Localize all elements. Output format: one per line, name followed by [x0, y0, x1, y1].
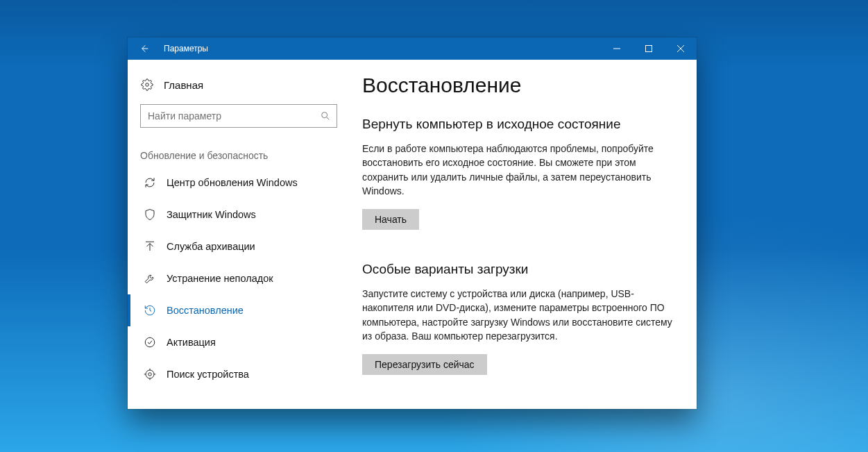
- sidebar-item-label: Защитник Windows: [167, 209, 256, 220]
- sidebar-item-label: Поиск устройства: [167, 369, 249, 380]
- back-button[interactable]: [128, 37, 161, 60]
- svg-point-6: [322, 112, 327, 118]
- sidebar-item-update[interactable]: Центр обновления Windows: [128, 167, 350, 199]
- window-titlebar: Параметры: [128, 37, 697, 60]
- svg-point-12: [146, 370, 154, 378]
- refresh-icon: [143, 176, 157, 190]
- section-advanced-heading: Особые варианты загрузки: [362, 262, 674, 277]
- content-pane: Восстановление Вернуть компьютер в исход…: [350, 60, 697, 409]
- sidebar-item-label: Активация: [167, 337, 216, 348]
- gear-icon: [140, 78, 154, 92]
- reset-start-button[interactable]: Начать: [362, 209, 419, 230]
- sidebar-item-label: Устранение неполадок: [167, 273, 273, 284]
- section-advanced-body: Запустите систему с устройства или диска…: [362, 287, 674, 343]
- sidebar-item-recovery[interactable]: Восстановление: [128, 294, 350, 326]
- wrench-icon: [143, 271, 157, 285]
- upload-icon: [143, 240, 157, 253]
- sidebar-item-backup[interactable]: Служба архивации: [128, 231, 350, 262]
- page-title: Восстановление: [362, 74, 674, 97]
- check-circle-icon: [143, 335, 157, 349]
- minimize-button[interactable]: [601, 37, 633, 60]
- sidebar-item-activation[interactable]: Активация: [128, 326, 350, 358]
- sidebar-item-find-device[interactable]: Поиск устройства: [128, 358, 350, 390]
- search-input[interactable]: [148, 110, 320, 122]
- sidebar-home-label: Главная: [164, 79, 203, 91]
- sidebar-item-label: Служба архивации: [167, 241, 255, 252]
- window-title: Параметры: [161, 44, 208, 53]
- section-reset-body: Если в работе компьютера наблюдаются про…: [362, 142, 674, 198]
- search-input-wrapper[interactable]: [140, 104, 337, 128]
- section-reset-heading: Вернуть компьютер в исходное состояние: [362, 117, 674, 132]
- svg-point-5: [146, 83, 149, 87]
- svg-rect-2: [646, 46, 652, 52]
- maximize-button[interactable]: [633, 37, 665, 60]
- sidebar-group-title: Обновление и безопасность: [128, 132, 350, 167]
- sidebar-item-troubleshoot[interactable]: Устранение неполадок: [128, 262, 350, 294]
- sidebar-item-label: Восстановление: [167, 305, 244, 316]
- sidebar-item-label: Центр обновления Windows: [167, 177, 298, 188]
- sidebar-item-defender[interactable]: Защитник Windows: [128, 199, 350, 231]
- settings-window: Параметры Главная: [128, 37, 697, 409]
- sidebar: Главная Обновление и безопасность Центр …: [128, 60, 350, 409]
- restart-now-button[interactable]: Перезагрузить сейчас: [362, 354, 487, 375]
- close-button[interactable]: [665, 37, 697, 60]
- history-icon: [143, 303, 157, 317]
- shield-icon: [143, 208, 157, 221]
- search-icon: [320, 110, 331, 122]
- svg-point-10: [145, 337, 155, 347]
- locate-icon: [143, 367, 157, 381]
- sidebar-home[interactable]: Главная: [128, 72, 350, 97]
- svg-point-11: [148, 373, 152, 376]
- svg-line-7: [327, 117, 330, 120]
